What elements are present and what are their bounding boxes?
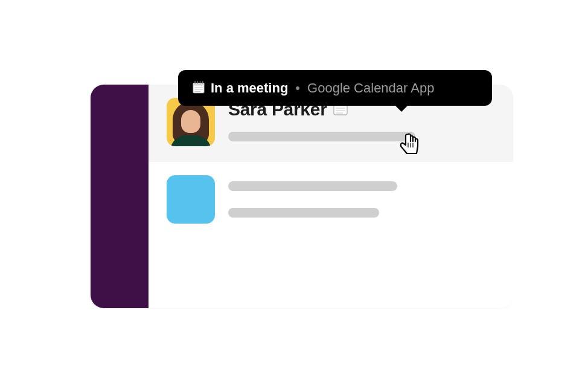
tooltip-source-text: Google Calendar App	[307, 80, 434, 96]
message-text-placeholder	[228, 132, 415, 141]
tooltip-separator: •	[295, 80, 300, 96]
message-panel: Sara Parker	[149, 85, 513, 308]
message-content	[228, 175, 495, 218]
tooltip-status-text: In a meeting	[211, 80, 288, 96]
spiral-calendar-icon	[193, 80, 205, 96]
status-tooltip: In a meeting • Google Calendar App	[178, 70, 492, 106]
message-row[interactable]	[149, 162, 513, 239]
sidebar[interactable]	[91, 85, 149, 308]
slack-window: Sara Parker	[91, 85, 513, 308]
avatar-placeholder[interactable]	[167, 175, 215, 224]
message-text-placeholder	[228, 181, 397, 191]
message-text-placeholder	[228, 208, 379, 218]
